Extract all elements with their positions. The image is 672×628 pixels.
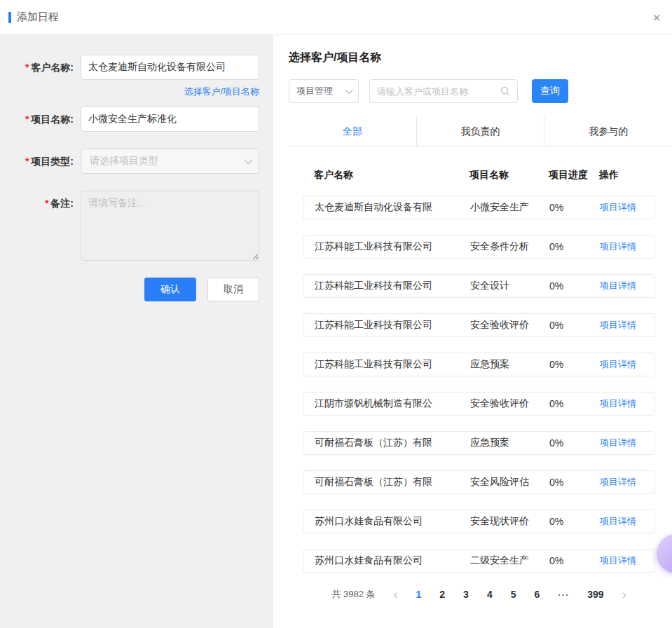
pagination-more-icon[interactable]: ···: [558, 589, 569, 600]
table-row[interactable]: 江阴市塬钒机械制造有限公 安全验收评价 0% 项目详情: [303, 392, 655, 416]
chevron-down-icon: [345, 86, 353, 94]
project-detail-link[interactable]: 项目详情: [600, 202, 636, 212]
row-progress: 0%: [549, 280, 600, 292]
modal-body: *客户名称: 选择客户/项目名称 *项目名称: *项目类型: 请选择项目类型 *…: [0, 35, 672, 628]
project-detail-link[interactable]: 项目详情: [600, 241, 636, 252]
row-project: 安全现状评价: [470, 515, 549, 528]
table-row[interactable]: 可耐福石膏板（江苏）有限 应急预案 0% 项目详情: [303, 431, 655, 455]
row-project: 应急预案: [470, 358, 549, 371]
row-progress: 0%: [549, 398, 600, 409]
col-header-project: 项目名称: [469, 169, 549, 182]
pagination-total: 共 3982 条: [331, 588, 375, 601]
required-mark: *: [25, 156, 29, 167]
row-project: 二级安全生产: [470, 554, 549, 567]
table-row[interactable]: 江苏科能工业科技有限公司 安全验收评价 0% 项目详情: [303, 313, 655, 337]
row-customer: 可耐福石膏板（江苏）有限: [315, 437, 470, 449]
table-row[interactable]: 苏州口水娃食品有限公司 安全现状评价 0% 项目详情: [303, 510, 655, 533]
modal-title: 添加日程: [17, 11, 59, 24]
modal-header: 添加日程 ×: [0, 0, 672, 35]
tabs: 全部 我负责的 我参与的: [289, 117, 672, 146]
row-progress: 0%: [549, 202, 600, 213]
page-number-5[interactable]: 5: [511, 589, 516, 600]
row-customer: 江苏科能工业科技有限公司: [315, 319, 470, 332]
project-type-row: *项目类型: 请选择项目类型: [0, 149, 259, 174]
table-row[interactable]: 江苏科能工业科技有限公司 安全条件分析 0% 项目详情: [303, 235, 655, 259]
row-customer: 江苏科能工业科技有限公司: [315, 280, 470, 292]
row-customer: 太仓麦迪斯自动化设备有限: [315, 201, 470, 214]
page-number-last[interactable]: 399: [587, 589, 603, 600]
project-detail-link[interactable]: 项目详情: [600, 437, 636, 448]
table-row[interactable]: 江苏科能工业科技有限公司 安全设计 0% 项目详情: [303, 274, 655, 298]
schedule-form-panel: *客户名称: 选择客户/项目名称 *项目名称: *项目类型: 请选择项目类型 *…: [0, 35, 273, 628]
pagination-prev-icon[interactable]: ‹: [394, 588, 398, 601]
project-name-input[interactable]: [81, 107, 259, 132]
table-row[interactable]: 江苏科能工业科技有限公司 应急预案 0% 项目详情: [303, 353, 655, 376]
customer-name-input[interactable]: [81, 55, 259, 80]
project-detail-link[interactable]: 项目详情: [600, 359, 636, 369]
row-project: 安全条件分析: [470, 240, 549, 253]
table-row[interactable]: 可耐福石膏板（江苏）有限 安全风险评估 0% 项目详情: [303, 470, 655, 494]
query-button[interactable]: 查询: [532, 79, 568, 103]
required-mark: *: [45, 198, 48, 209]
row-progress: 0%: [549, 320, 600, 331]
row-project: 安全验收评价: [470, 397, 549, 410]
customer-project-picker-panel: 选择客户/项目名称 项目管理 查询: [273, 35, 672, 628]
cancel-button[interactable]: 取消: [207, 278, 259, 301]
tab-my-participated[interactable]: 我参与的: [544, 117, 672, 146]
chevron-down-icon: [245, 156, 252, 164]
row-progress: 0%: [549, 437, 600, 449]
project-filter-dropdown[interactable]: 项目管理: [289, 79, 359, 103]
project-table: 客户名称 项目名称 项目进度 操作 太仓麦迪斯自动化设备有限 小微安全生产 0%…: [303, 169, 655, 573]
customer-name-label: *客户名称:: [0, 55, 81, 80]
row-progress: 0%: [549, 359, 600, 370]
page-number-2[interactable]: 2: [439, 589, 445, 600]
remark-label: *备注:: [0, 191, 81, 261]
remark-textarea[interactable]: [81, 191, 259, 261]
row-project: 安全设计: [470, 280, 549, 292]
page-number-6[interactable]: 6: [534, 589, 540, 600]
select-link-row: 选择客户/项目名称: [0, 86, 259, 98]
project-detail-link[interactable]: 项目详情: [600, 398, 636, 409]
row-customer: 苏州口水娃食品有限公司: [315, 554, 470, 567]
search-input[interactable]: [377, 86, 500, 97]
project-detail-link[interactable]: 项目详情: [600, 477, 636, 487]
close-icon[interactable]: ×: [652, 11, 661, 25]
col-header-customer: 客户名称: [314, 169, 469, 182]
form-buttons-row: 确认 取消: [0, 278, 259, 301]
tab-my-responsible[interactable]: 我负责的: [416, 117, 544, 146]
page-number-3[interactable]: 3: [463, 589, 469, 600]
row-progress: 0%: [549, 516, 600, 527]
table-row[interactable]: 苏州口水娃食品有限公司 二级安全生产 0% 项目详情: [303, 549, 655, 573]
row-progress: 0%: [549, 555, 600, 566]
dropdown-value: 项目管理: [296, 85, 333, 97]
col-header-progress: 项目进度: [549, 169, 599, 182]
row-project: 小微安全生产: [470, 201, 549, 214]
search-box: [369, 79, 518, 103]
table-row[interactable]: 太仓麦迪斯自动化设备有限 小微安全生产 0% 项目详情: [303, 196, 655, 219]
tab-all[interactable]: 全部: [289, 117, 416, 146]
filter-row: 项目管理 查询: [289, 79, 672, 103]
modal-title-group: 添加日程: [8, 11, 59, 24]
project-type-label: *项目类型:: [0, 149, 81, 174]
remark-row: *备注:: [0, 191, 259, 261]
select-customer-project-link[interactable]: 选择客户/项目名称: [184, 86, 259, 98]
confirm-button[interactable]: 确认: [144, 278, 196, 301]
required-mark: *: [25, 114, 29, 125]
pagination-next-icon[interactable]: ›: [622, 588, 626, 601]
page-number-1[interactable]: 1: [416, 589, 422, 600]
picker-title: 选择客户/项目名称: [289, 50, 672, 65]
project-name-row: *项目名称:: [0, 107, 259, 132]
row-customer: 可耐福石膏板（江苏）有限: [315, 476, 470, 489]
project-type-select[interactable]: 请选择项目类型: [81, 149, 259, 174]
row-customer: 江苏科能工业科技有限公司: [315, 240, 470, 253]
row-progress: 0%: [549, 241, 600, 252]
project-detail-link[interactable]: 项目详情: [600, 555, 636, 566]
project-detail-link[interactable]: 项目详情: [600, 280, 636, 291]
project-type-placeholder: 请选择项目类型: [90, 155, 158, 168]
page-number-4[interactable]: 4: [487, 589, 493, 600]
row-progress: 0%: [549, 477, 600, 488]
project-detail-link[interactable]: 项目详情: [600, 320, 636, 330]
add-schedule-modal: 添加日程 × *客户名称: 选择客户/项目名称 *项目名称: *项目类型: 请选…: [0, 0, 672, 628]
row-customer: 江苏科能工业科技有限公司: [315, 358, 470, 371]
project-detail-link[interactable]: 项目详情: [600, 516, 636, 526]
